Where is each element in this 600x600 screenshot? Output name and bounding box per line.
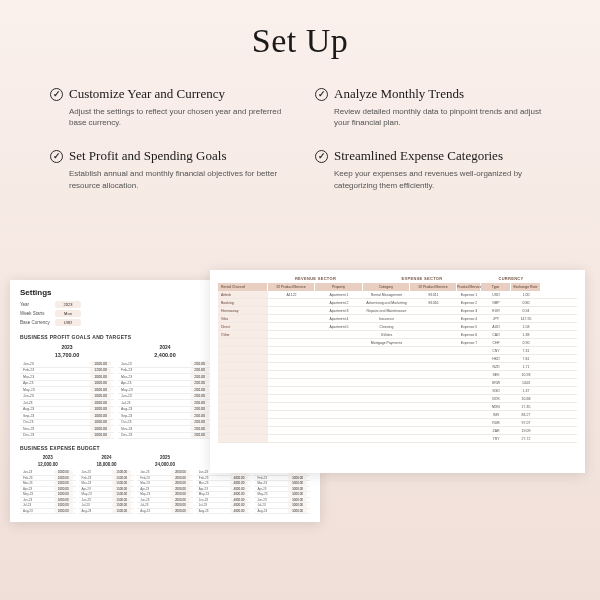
sector-cell: CNY bbox=[481, 347, 511, 354]
sector-col-header: ID Product/Service bbox=[410, 283, 457, 291]
settings-label: Week Starts bbox=[20, 311, 55, 316]
sector-row: HKD7.81 bbox=[218, 355, 577, 363]
sector-cell bbox=[268, 419, 315, 426]
sector-cell bbox=[218, 379, 268, 386]
sector-cell bbox=[363, 379, 410, 386]
check-icon: ✓ bbox=[315, 88, 328, 101]
sector-col-header: Property bbox=[315, 283, 363, 291]
sector-cell: Other bbox=[218, 331, 268, 338]
sector-cell: NZD bbox=[481, 363, 511, 370]
sector-cell bbox=[315, 363, 363, 370]
sector-col-header: Rental Channel bbox=[218, 283, 268, 291]
sector-cell bbox=[268, 347, 315, 354]
sector-cell: Apartment 3 bbox=[315, 307, 363, 314]
sector-cell bbox=[457, 355, 481, 362]
settings-value[interactable]: Mon bbox=[55, 310, 81, 317]
feature-desc: Review detailed monthly data to pinpoint… bbox=[315, 106, 550, 128]
sector-cell bbox=[315, 379, 363, 386]
settings-value[interactable]: USD bbox=[55, 319, 81, 326]
sector-cell bbox=[268, 315, 315, 322]
settings-value[interactable]: 2023 bbox=[55, 301, 81, 308]
sector-cell bbox=[315, 387, 363, 394]
sector-cell bbox=[410, 411, 457, 418]
sector-cell bbox=[363, 387, 410, 394]
sector-cell bbox=[410, 355, 457, 362]
sector-cell: Expense 6 bbox=[457, 331, 481, 338]
sector-cell: A1122 bbox=[268, 291, 315, 298]
feature-title: Set Profit and Spending Goals bbox=[69, 148, 226, 164]
sector-group-header: EXPENSE SECTOR bbox=[363, 276, 481, 281]
sector-cell bbox=[218, 355, 268, 362]
sector-cell bbox=[218, 387, 268, 394]
sector-cell: 97.07 bbox=[511, 419, 541, 426]
sector-cell bbox=[410, 339, 457, 346]
sector-cell bbox=[410, 435, 457, 442]
month-row: Aug-234000.00 bbox=[196, 509, 252, 515]
sector-cell bbox=[363, 363, 410, 370]
sector-cell bbox=[410, 347, 457, 354]
sector-cell bbox=[410, 427, 457, 434]
sector-cell: 1.71 bbox=[511, 363, 541, 370]
sector-cell: 7.31 bbox=[511, 347, 541, 354]
sector-cell bbox=[410, 419, 457, 426]
sector-cell: NOK bbox=[481, 395, 511, 402]
sector-cell bbox=[410, 307, 457, 314]
month-row: Aug-231500.00 bbox=[79, 509, 135, 515]
sector-cell bbox=[268, 355, 315, 362]
sector-cell: 19.09 bbox=[511, 427, 541, 434]
month-row: Dec-231000.00 bbox=[20, 433, 114, 440]
year-total: 2,400.00 bbox=[118, 352, 212, 358]
sector-cell bbox=[218, 411, 268, 418]
sector-row: HomeawayApartment 3Repairs and Maintenan… bbox=[218, 307, 577, 315]
sector-cell bbox=[457, 347, 481, 354]
sector-cell: SEK bbox=[481, 371, 511, 378]
sector-cell: EUR bbox=[481, 307, 511, 314]
feature-desc: Keep your expenses and revenues well-org… bbox=[315, 168, 550, 190]
sector-cell bbox=[218, 395, 268, 402]
sector-cell bbox=[268, 363, 315, 370]
sector-row: BookingApartment 2Advertising and Market… bbox=[218, 299, 577, 307]
sector-cell bbox=[315, 411, 363, 418]
sector-row: ZAR19.09 bbox=[218, 427, 577, 435]
sector-col-header: ID Product/Service bbox=[268, 283, 315, 291]
sector-cell: RUB bbox=[481, 419, 511, 426]
settings-label: Year bbox=[20, 302, 55, 307]
sector-group-header bbox=[218, 276, 268, 281]
sector-cell bbox=[363, 435, 410, 442]
sector-cell: ZAR bbox=[481, 427, 511, 434]
sector-cell: 0.90 bbox=[511, 339, 541, 346]
sector-cell bbox=[363, 355, 410, 362]
sector-cell: Expense 3 bbox=[457, 307, 481, 314]
sector-cell bbox=[363, 395, 410, 402]
sector-cell bbox=[268, 307, 315, 314]
sector-cell: 0.94 bbox=[511, 307, 541, 314]
month-row: Aug-232000.00 bbox=[137, 509, 193, 515]
sector-col-header: Exchange Rate bbox=[511, 283, 541, 291]
sector-cell bbox=[315, 403, 363, 410]
sector-cell: HKD bbox=[481, 355, 511, 362]
sector-cell: Vrbo bbox=[218, 315, 268, 322]
sector-cell: Booking bbox=[218, 299, 268, 306]
year-head: 2025 bbox=[137, 455, 193, 460]
year-total: 24,000.00 bbox=[137, 462, 193, 467]
sector-cell bbox=[218, 339, 268, 346]
year-block: 2025 24,000.00Jan-232000.00Feb-232000.00… bbox=[137, 455, 193, 514]
month-row: Dec-23200.00 bbox=[118, 433, 212, 440]
sector-cell bbox=[268, 387, 315, 394]
sector-cell: 1343 bbox=[511, 379, 541, 386]
feature-title: Streamlined Expense Categories bbox=[334, 148, 503, 164]
sector-row: SGD1.37 bbox=[218, 387, 577, 395]
sector-row: SEK10.93 bbox=[218, 371, 577, 379]
feature-title: Customize Year and Currency bbox=[69, 86, 225, 102]
sector-cell: 147.95 bbox=[511, 315, 541, 322]
sector-row: OtherUtilitiesExpense 6CAD1.38 bbox=[218, 331, 577, 339]
sector-cell bbox=[457, 427, 481, 434]
feature-title: Analyze Monthly Trends bbox=[334, 86, 464, 102]
sector-cell bbox=[363, 411, 410, 418]
sector-cell: Expense 5 bbox=[457, 323, 481, 330]
sector-row: TRY27.72 bbox=[218, 435, 577, 443]
year-head: 2024 bbox=[118, 344, 212, 350]
sector-cell: Direct bbox=[218, 323, 268, 330]
sector-cell: USD bbox=[481, 291, 511, 298]
sector-col-header: Category bbox=[363, 283, 410, 291]
